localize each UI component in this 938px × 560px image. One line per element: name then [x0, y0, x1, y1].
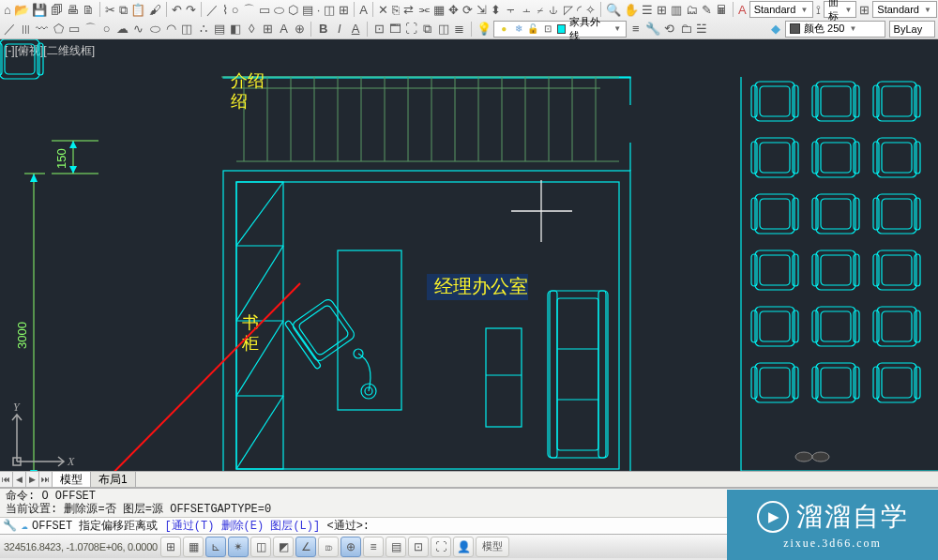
qp-button[interactable]: ⊡: [408, 537, 429, 557]
color-combo[interactable]: 颜色 250 ▼: [785, 21, 885, 38]
tool-offset-icon[interactable]: ⫘: [416, 2, 431, 18]
tool-props-icon[interactable]: ☰: [641, 2, 654, 18]
draw-polygon-icon[interactable]: ⬠: [52, 21, 66, 37]
tool-calc-icon[interactable]: 🖩: [715, 2, 729, 18]
draw-block-icon[interactable]: ◫: [180, 21, 194, 37]
model-button[interactable]: 模型: [476, 537, 509, 557]
tool-break-icon[interactable]: ⌿: [536, 2, 545, 18]
am-button[interactable]: 👤: [453, 537, 474, 557]
layer-states-icon[interactable]: ≡: [628, 21, 643, 37]
tool-copy2-icon[interactable]: ⎘: [391, 2, 401, 18]
tool-ellipse-icon[interactable]: ⬭: [273, 2, 285, 18]
tool-table-icon[interactable]: ⊞: [338, 2, 350, 18]
tool-extend-icon[interactable]: ⫠: [520, 2, 534, 18]
tool-erase-icon[interactable]: ✕: [377, 2, 389, 18]
tool-print-icon[interactable]: 🖶: [66, 2, 80, 18]
tool-toolpal-icon[interactable]: ▥: [670, 2, 683, 18]
tab-layout1[interactable]: 布局1: [91, 472, 136, 487]
layer-prev-icon[interactable]: ⟲: [662, 21, 676, 37]
tool-tablestyle-icon[interactable]: ⊞: [858, 2, 870, 18]
tool-array-icon[interactable]: ▦: [432, 2, 446, 18]
draw-ellipsearc-icon[interactable]: ◠: [164, 21, 178, 37]
tool-rotate-icon[interactable]: ⟳: [461, 2, 474, 18]
palette-xref-icon[interactable]: ◫: [436, 21, 450, 37]
tool-pan-icon[interactable]: ✋: [623, 2, 639, 18]
color-picker-icon[interactable]: ◆: [769, 21, 783, 37]
draw-addsel-icon[interactable]: ⊕: [293, 21, 307, 37]
draw-circle-icon[interactable]: ○: [99, 21, 113, 37]
tab-model[interactable]: 模型: [53, 472, 91, 487]
tab-last-icon[interactable]: ⏭: [39, 472, 53, 487]
tab-first-icon[interactable]: ⏮: [0, 472, 13, 487]
tool-scale-icon[interactable]: ⇲: [476, 2, 488, 18]
text-underline-icon[interactable]: A: [348, 21, 362, 37]
tool-pline-icon[interactable]: ⌇: [221, 2, 229, 18]
tool-line-icon[interactable]: ／: [205, 2, 219, 18]
tool-copy-icon[interactable]: ⧉: [118, 2, 129, 18]
osnap3d-button[interactable]: ◩: [273, 537, 294, 557]
tool-polygon-icon[interactable]: ⬡: [287, 2, 299, 18]
layer-props-icon[interactable]: ☱: [695, 21, 709, 37]
tool-preview-icon[interactable]: 🗎: [82, 2, 96, 18]
tool-save-icon[interactable]: 💾: [32, 2, 48, 18]
layer-combo[interactable]: ● ❄ 🔓 ⊡ 家具外线 ▼: [493, 21, 627, 38]
sc-button[interactable]: ⛶: [431, 537, 451, 557]
tpy-button[interactable]: ▤: [386, 537, 406, 557]
text-bold-icon[interactable]: B: [316, 21, 330, 37]
palette-tool-icon[interactable]: ⛶: [404, 21, 418, 37]
tool-point-icon[interactable]: ·: [316, 2, 322, 18]
tool-designcenter-icon[interactable]: ⊞: [656, 2, 668, 18]
tool-join-icon[interactable]: ⫝: [547, 2, 561, 18]
dyn-button[interactable]: ⊕: [340, 537, 361, 557]
palette-props-icon[interactable]: ⊡: [372, 21, 386, 37]
tool-saveas-icon[interactable]: 🗐: [50, 2, 64, 18]
tool-mirror-icon[interactable]: ⇄: [402, 2, 415, 18]
tool-stretch-icon[interactable]: ⬍: [490, 2, 502, 18]
tool-redo-icon[interactable]: ↷: [185, 2, 197, 18]
draw-point-icon[interactable]: ∴: [196, 21, 210, 37]
tool-hatch-icon[interactable]: ▤: [301, 2, 314, 18]
tool-markup-icon[interactable]: ✎: [701, 2, 713, 18]
tool-region-icon[interactable]: ◫: [323, 2, 336, 18]
draw-gradient-icon[interactable]: ◧: [228, 21, 242, 37]
draw-table-icon[interactable]: ⊞: [261, 21, 275, 37]
text-style-combo[interactable]: Standard ▼: [749, 1, 814, 18]
linetype-combo[interactable]: ByLay: [889, 21, 936, 38]
table-style-combo[interactable]: Standard ▼: [872, 1, 937, 18]
tool-paste-icon[interactable]: 📋: [130, 2, 146, 18]
tool-dimstyle-icon[interactable]: ⟟: [815, 2, 822, 18]
layer-match-icon[interactable]: 🗀: [678, 21, 692, 37]
draw-rect-icon[interactable]: ▭: [68, 21, 82, 37]
tool-rectangle-icon[interactable]: ▭: [258, 2, 271, 18]
layer-iso-icon[interactable]: 🔧: [644, 21, 660, 37]
polar-button[interactable]: ✴: [228, 537, 249, 557]
palette-quickcalc-icon[interactable]: ⧉: [420, 21, 434, 37]
grid-button[interactable]: ▦: [183, 537, 204, 557]
tool-cut-icon[interactable]: ✂: [104, 2, 116, 18]
palette-sheet-icon[interactable]: 🗔: [388, 21, 402, 37]
ducs-button[interactable]: ⎄: [318, 537, 339, 557]
draw-mtext-icon[interactable]: A: [277, 21, 291, 37]
draw-line-icon[interactable]: ／: [3, 21, 17, 37]
tool-match-icon[interactable]: 🖌: [148, 2, 162, 18]
tool-circle-icon[interactable]: ○: [231, 2, 240, 18]
tool-trim-icon[interactable]: ⫟: [504, 2, 518, 18]
tab-prev-icon[interactable]: ◀: [13, 472, 26, 487]
tab-next-icon[interactable]: ▶: [26, 472, 39, 487]
draw-ellipse-icon[interactable]: ⬭: [148, 21, 162, 37]
tool-textstyle-icon[interactable]: A: [737, 2, 748, 18]
draw-spline-icon[interactable]: ∿: [131, 21, 145, 37]
draw-region-icon[interactable]: ◊: [245, 21, 259, 37]
draw-hatch-icon[interactable]: ▤: [212, 21, 226, 37]
tool-sheet-icon[interactable]: 🗂: [685, 2, 699, 18]
draw-pline-icon[interactable]: 〰: [35, 21, 49, 37]
ortho-button[interactable]: ⊾: [205, 537, 226, 557]
draw-arc-icon[interactable]: ⌒: [83, 21, 98, 37]
layer-bulb-icon[interactable]: 💡: [476, 21, 492, 37]
draw-revcloud-icon[interactable]: ☁: [115, 21, 129, 37]
osnap-button[interactable]: ◫: [250, 537, 271, 557]
tool-open-icon[interactable]: 📂: [14, 2, 30, 18]
draw-cline-icon[interactable]: ⫼: [19, 21, 33, 37]
otrack-button[interactable]: ∠: [295, 537, 316, 557]
lwt-button[interactable]: ≡: [363, 537, 384, 557]
